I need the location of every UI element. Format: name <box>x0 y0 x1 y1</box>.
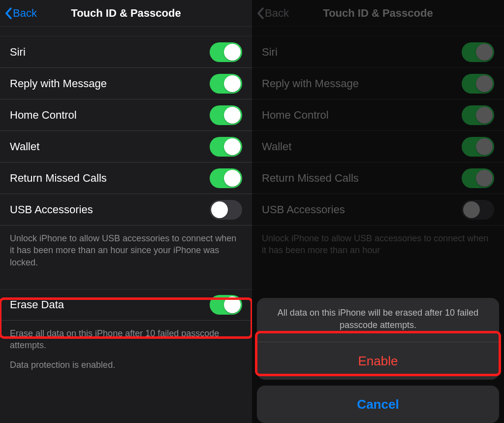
toggle-knob <box>224 138 241 155</box>
navbar: Back Touch ID & Passcode <box>0 0 252 27</box>
action-sheet-cancel-block: Cancel <box>257 386 499 423</box>
toggle-knob <box>476 170 493 187</box>
row-label: Siri <box>10 46 26 59</box>
toggle-wallet[interactable] <box>210 137 242 157</box>
section-gap <box>0 275 252 289</box>
section-spacer <box>0 27 252 36</box>
toggle-missed[interactable] <box>210 168 242 188</box>
chevron-left-icon <box>257 7 264 19</box>
row-label: Reply with Message <box>262 77 359 90</box>
toggle-knob <box>476 44 493 61</box>
row-home[interactable]: Home Control <box>0 99 252 131</box>
back-button[interactable]: Back <box>257 0 289 27</box>
toggle-home[interactable] <box>210 105 242 125</box>
row-label: Return Missed Calls <box>262 172 359 185</box>
toggle-knob <box>224 107 241 124</box>
row-label: Reply with Message <box>10 77 107 90</box>
toggle-knob <box>476 75 493 92</box>
toggle-knob <box>224 75 241 92</box>
action-sheet: All data on this iPhone will be erased a… <box>257 298 499 423</box>
navbar: Back Touch ID & Passcode <box>252 0 504 27</box>
toggle-knob <box>463 201 480 218</box>
enable-button[interactable]: Enable <box>257 342 499 380</box>
row-label: USB Accessories <box>10 203 93 216</box>
back-label: Back <box>13 7 37 20</box>
row-label: Return Missed Calls <box>10 172 107 185</box>
page-title: Touch ID & Passcode <box>323 7 433 20</box>
toggle-knob <box>476 107 493 124</box>
row-label: USB Accessories <box>262 203 345 216</box>
usb-footer: Unlock iPhone to allow USB accessories t… <box>0 226 252 275</box>
erase-footer: Erase all data on this iPhone after 10 f… <box>0 321 252 355</box>
chevron-left-icon <box>5 7 12 19</box>
toggle-usb[interactable] <box>210 200 242 220</box>
row-label: Home Control <box>10 109 77 122</box>
row-usb[interactable]: USB Accessories <box>0 194 252 226</box>
toggle-usb <box>462 200 494 220</box>
toggle-home <box>462 105 494 125</box>
row-reply[interactable]: Reply with Message <box>0 68 252 99</box>
toggle-erase[interactable] <box>210 295 242 315</box>
back-button[interactable]: Back <box>5 0 37 27</box>
toggle-knob <box>224 170 241 187</box>
action-sheet-block: All data on this iPhone will be erased a… <box>257 298 499 380</box>
row-label: Wallet <box>262 140 291 153</box>
row-reply: Reply with Message <box>252 68 504 99</box>
action-sheet-message: All data on this iPhone will be erased a… <box>257 298 499 342</box>
row-erase-data[interactable]: Erase Data <box>0 289 252 321</box>
toggle-siri[interactable] <box>210 42 242 62</box>
section-spacer <box>252 27 504 36</box>
toggle-knob <box>224 296 241 313</box>
toggle-reply[interactable] <box>210 74 242 94</box>
toggle-knob <box>211 201 228 218</box>
row-home: Home Control <box>252 99 504 131</box>
cancel-button[interactable]: Cancel <box>257 386 499 423</box>
row-siri[interactable]: Siri <box>0 36 252 68</box>
protection-footer: Data protection is enabled. <box>0 354 252 378</box>
back-label: Back <box>265 7 289 20</box>
toggle-knob <box>476 138 493 155</box>
row-usb: USB Accessories <box>252 194 504 226</box>
right-screenshot: Back Touch ID & Passcode Siri Reply with… <box>252 0 504 423</box>
row-missed: Return Missed Calls <box>252 163 504 194</box>
row-missed[interactable]: Return Missed Calls <box>0 163 252 194</box>
left-screenshot: Back Touch ID & Passcode Siri Reply with… <box>0 0 252 423</box>
toggle-wallet <box>462 137 494 157</box>
row-wallet: Wallet <box>252 131 504 163</box>
row-label: Wallet <box>10 140 39 153</box>
row-label: Erase Data <box>10 298 64 311</box>
toggle-reply <box>462 74 494 94</box>
toggle-missed <box>462 168 494 188</box>
row-wallet[interactable]: Wallet <box>0 131 252 163</box>
row-label: Home Control <box>262 109 329 122</box>
row-label: Siri <box>262 46 278 59</box>
row-siri: Siri <box>252 36 504 68</box>
toggle-knob <box>224 44 241 61</box>
page-title: Touch ID & Passcode <box>71 7 181 20</box>
toggle-siri <box>462 42 494 62</box>
usb-footer: Unlock iPhone to allow USB accessories t… <box>252 226 504 263</box>
